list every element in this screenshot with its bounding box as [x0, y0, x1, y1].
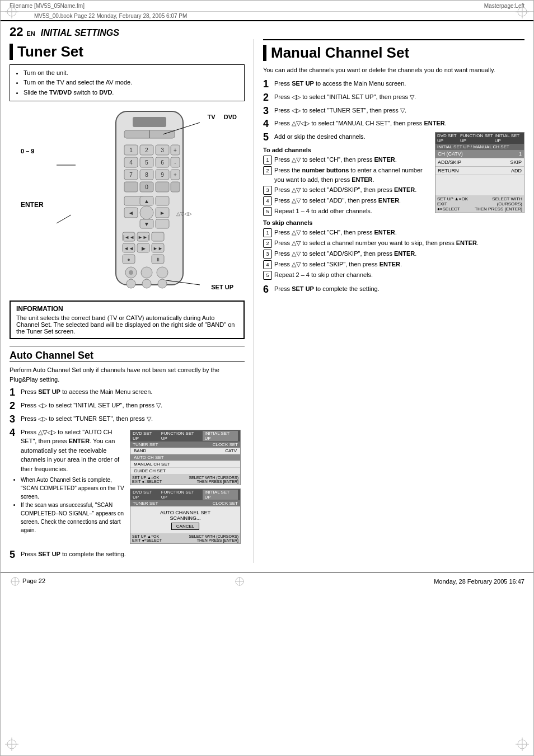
column-divider — [254, 39, 254, 563]
svg-text:►: ► — [160, 210, 165, 216]
right-col-rule — [263, 39, 524, 40]
auto-channel-heading: Auto Channel Set — [10, 350, 245, 362]
bullet-3: Slide the TV/DVD switch to DVD. — [24, 88, 238, 98]
svg-text:▼: ▼ — [144, 221, 149, 227]
svg-text:►►|: ►►| — [138, 234, 149, 240]
manual-step-5: 5 Add or skip the desired channels. — [263, 132, 430, 143]
auto-step-2: 2 Press ◁▷ to select "INITIAL SET UP", t… — [10, 401, 245, 412]
skip-step-3: 3 Press △▽ to select "ADD/SKIP", then pr… — [263, 249, 524, 259]
manual-screen-header: DVD SET UP FUNCTION SET UP INITIAL SET U… — [435, 133, 524, 144]
svg-line-82 — [57, 215, 71, 223]
svg-point-77 — [127, 279, 135, 288]
enter-label: ENTER — [21, 201, 44, 209]
svg-text:4: 4 — [129, 159, 133, 166]
tuner-set-heading: Tuner Set — [10, 44, 245, 60]
add-step-3: 3 Press △▽ to select "ADD/SKIP", then pr… — [263, 185, 430, 195]
cancel-button[interactable]: CANCEL — [171, 523, 199, 530]
info-box-title: INFORMATION — [16, 305, 238, 313]
skip-step-5: 5 Repeat 2 – 4 to skip other channels. — [263, 270, 524, 280]
top-header: Filename [MV5S_05Name.fm] Masterpage:Lef… — [1, 1, 533, 12]
remote-area: 0 – 9 ENTER 1 2 — [21, 106, 245, 296]
tuner-set-screen: DVD SET UP FUNCTION SET UP INITIAL SET U… — [130, 430, 241, 485]
right-column: Manual Channel Set You can add the chann… — [263, 39, 524, 563]
filename-label: Filename [MV5S_05Name.fm] — [10, 3, 85, 9]
manual-screen-subheader: INITIAL SET UP / MANUAL CH SET — [435, 144, 524, 150]
svg-text:8: 8 — [145, 172, 148, 178]
manual-step-2: 2 Press ◁▷ to select "INITIAL SET UP", t… — [263, 92, 524, 104]
page-num-section: 22 EN INITIAL SETTINGS — [1, 21, 533, 39]
svg-rect-62 — [152, 232, 164, 241]
footer-page-label: Page 22 — [10, 576, 45, 587]
manual-row-addskip: ADD/SKIPSKIP — [435, 158, 524, 167]
svg-text:⏸: ⏸ — [156, 257, 161, 262]
manual-screen-footer: SET UP ▲=OKEXIT ●=SELECT SELECT WITH (CU… — [435, 195, 524, 213]
manual-row-ch: CH (CATV)1 — [435, 150, 524, 158]
subline-label: MV5S_00.book Page 22 Monday, February 28… — [34, 13, 187, 19]
auto-bullet-2: If the scan was unsuccessful, "SCAN COMP… — [21, 501, 124, 534]
screen1-header: DVD SET UP FUNCTION SET UP INITIAL SET U… — [130, 430, 240, 442]
manual-row-return: RETURNADD — [435, 167, 524, 175]
tuner-set-bullets: Turn on the unit. Turn on the TV and sel… — [10, 64, 245, 102]
sub-header: MV5S_00.book Page 22 Monday, February 28… — [1, 12, 533, 21]
svg-rect-56 — [156, 219, 169, 228]
auto-bullet-1: When Auto Channel Set is complete, "SCAN… — [21, 476, 124, 501]
manual-channel-heading: Manual Channel Set — [263, 45, 524, 61]
footer-date: Monday, 28 February 2005 16:47 — [434, 578, 524, 585]
svg-text:1: 1 — [129, 147, 133, 153]
bullet-1: Turn on the unit. — [24, 68, 238, 78]
scan-text: AUTO CHANNEL SETSCANNING... CANCEL — [130, 506, 240, 533]
en-label: EN — [26, 30, 35, 37]
skip-channels-heading: To skip channels — [263, 219, 524, 226]
svg-text:0: 0 — [145, 184, 148, 190]
svg-text:►►: ►► — [153, 246, 163, 251]
manual-ch-screen-area: DVD SET UP FUNCTION SET UP INITIAL SET U… — [435, 132, 524, 213]
svg-text:▲: ▲ — [144, 198, 149, 204]
auto-step-5: 5 Press SET UP to complete the setting. — [10, 550, 245, 561]
screen1-row-band: BANDCATV — [130, 448, 240, 454]
svg-point-74 — [141, 267, 152, 278]
svg-rect-13 — [133, 117, 166, 127]
svg-text:◄: ◄ — [128, 210, 134, 216]
reg-mark-tl — [4, 4, 20, 20]
svg-text:+: + — [174, 147, 177, 153]
svg-point-79 — [158, 279, 167, 288]
section-rule — [10, 346, 245, 346]
auto-step-4-bullets: When Auto Channel Set is complete, "SCAN… — [21, 476, 124, 534]
add-step-4: 4 Press △▽ to select "ADD", then press E… — [263, 196, 430, 205]
svg-text:◄◄: ◄◄ — [124, 246, 134, 251]
manual-channel-intro: You can add the channels you want or del… — [263, 65, 524, 75]
screen1-row-guide: GUIDE CH SET — [130, 468, 240, 475]
reg-mark-br — [514, 736, 530, 752]
screen1-row-auto: AUTO CH SET — [130, 454, 240, 461]
reg-mark-tr — [514, 4, 530, 20]
svg-rect-40 — [124, 182, 138, 192]
auto-step-1: 1 Press SET UP to access the Main Menu s… — [10, 387, 245, 398]
auto-step-4: 4 Press △▽◁▷ to select "AUTO CH SET", th… — [10, 428, 124, 474]
left-column: Tuner Set Turn on the unit. Turn on the … — [10, 39, 245, 563]
svg-text:-: - — [174, 159, 176, 166]
manual-step-1: 1 Press SET UP to access the Main Menu s… — [263, 79, 524, 90]
svg-point-76 — [157, 267, 168, 278]
svg-rect-43 — [156, 182, 169, 192]
screen2-subheader: TUNER SET CLOCK SET — [130, 500, 240, 506]
footer-reg-left — [10, 576, 21, 587]
info-box-text: The unit selects the correct band (TV or… — [16, 314, 238, 335]
auto-channel-section: Auto Channel Set Perform Auto Channel Se… — [10, 346, 245, 560]
page-number: 22 — [10, 25, 23, 39]
auto-channel-intro: Perform Auto Channel Set only if channel… — [10, 365, 245, 384]
svg-point-78 — [142, 279, 151, 288]
svg-point-75 — [129, 270, 133, 275]
svg-point-51 — [140, 206, 153, 219]
screen2-header: DVD SET UP FUNCTION SET UP INITIAL SET U… — [130, 489, 240, 500]
skip-step-2: 2 Press △▽ to select a channel number yo… — [263, 238, 524, 248]
footer-reg-center — [234, 576, 245, 587]
screen1-row-manual: MANUAL CH SET — [130, 461, 240, 468]
svg-text:7: 7 — [129, 172, 133, 178]
section-title: INITIAL SETTINGS — [41, 28, 119, 38]
manual-step-5-container: DVD SET UP FUNCTION SET UP INITIAL SET U… — [263, 132, 524, 280]
manual-step-6: 6 Press SET UP to complete the setting. — [263, 284, 524, 295]
skip-channels-steps: 1 Press △▽ to select "CH", then press EN… — [263, 228, 524, 280]
bullet-2: Turn on the TV and select the AV mode. — [24, 78, 238, 88]
setup-label: SET UP — [211, 284, 233, 290]
manual-step-3: 3 Press ◁▷ to select "TUNER SET", then p… — [263, 106, 524, 117]
